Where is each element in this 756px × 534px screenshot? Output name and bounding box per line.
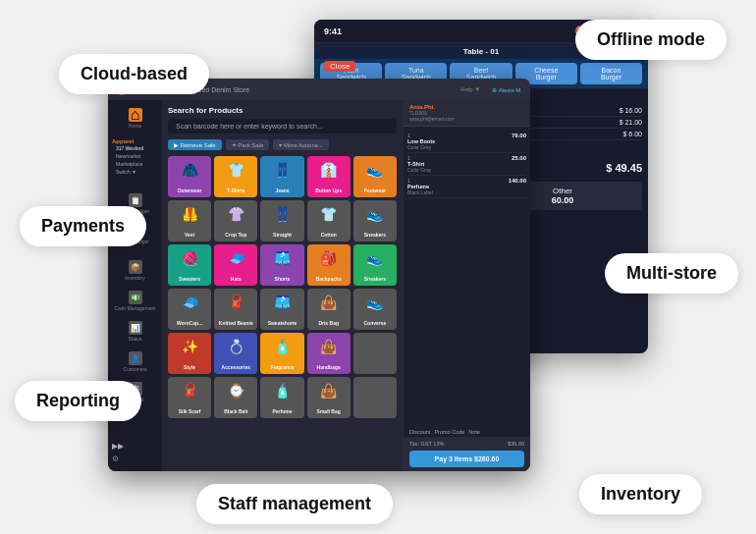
main-screen: 🔴 lightspeed Lightspeed Denim Store Help… bbox=[108, 79, 530, 471]
sidebar-item-cash[interactable]: 💵 Cash Management bbox=[108, 287, 162, 315]
arrow-right-icon[interactable]: ▶▶ bbox=[112, 442, 158, 451]
product-buttonups[interactable]: 👔Button Ups bbox=[307, 156, 351, 197]
product-grid: 🧥Outerwear 👕T-Shirts 👖Jeans 👔Button Ups … bbox=[168, 156, 397, 418]
product-jeans[interactable]: 👖Jeans bbox=[260, 156, 303, 197]
product-hats[interactable]: 🧢Hats bbox=[214, 244, 257, 286]
sidebar-item-customers[interactable]: 👤 Customers bbox=[108, 347, 162, 376]
product-blackbelt[interactable]: ⌚Black Belt bbox=[214, 377, 257, 418]
discount-label[interactable]: Promo Code bbox=[434, 429, 464, 435]
product-silkscarf[interactable]: 🧣Silk Scarf bbox=[168, 377, 211, 418]
cart-footer: Tax: GST 13% $36.60 Pay 3 Items $280.60 bbox=[404, 437, 530, 471]
sidebar-sub-newmarket[interactable]: Newmarket bbox=[112, 152, 158, 160]
product-sweaters[interactable]: 🧶Sweaters bbox=[168, 244, 211, 286]
product-outerwear[interactable]: 🧥Outerwear bbox=[168, 156, 211, 197]
back-screen-time: 9:41 bbox=[324, 27, 342, 36]
product-beanie[interactable]: 🧣Knitted Beanie bbox=[214, 289, 257, 330]
product-shorts[interactable]: 🩳Shorts bbox=[260, 244, 303, 286]
inventory-icon: 📦 bbox=[129, 260, 142, 274]
user-name[interactable]: ⊕ Alexis M. bbox=[492, 86, 522, 93]
pay-button[interactable]: Pay 3 Items $280.60 bbox=[409, 451, 524, 467]
main-content: Search for Products Scan barcode here or… bbox=[162, 100, 530, 471]
sidebar-sub-marketplace[interactable]: Marketplace bbox=[112, 160, 158, 168]
sidebar-sub-switch[interactable]: Switch ▼ bbox=[112, 168, 158, 176]
product-sneakers2[interactable]: 👟Sneakers bbox=[353, 244, 397, 286]
pay-amount: $280.60 bbox=[474, 455, 499, 462]
screen-body: ⌂ Home Apparel 317 Wexford Newmarket Mar… bbox=[108, 100, 530, 471]
product-tshirts[interactable]: 👕T-Shirts bbox=[214, 156, 257, 197]
product-accessories[interactable]: 💍Accessories bbox=[214, 333, 257, 374]
staff-management-label: Staff management bbox=[196, 484, 393, 524]
product-cotton[interactable]: 👕Cotton bbox=[307, 200, 351, 241]
sales-icon: 📋 bbox=[129, 193, 142, 207]
payments-label: Payments bbox=[20, 206, 146, 246]
product-smallbag[interactable]: 👜Small Bag bbox=[307, 377, 351, 418]
cart-tax-row: Tax: GST 13% $36.60 bbox=[409, 441, 524, 447]
product-drisbag[interactable]: 👜Dris Bag bbox=[307, 289, 351, 330]
park-sale-btn[interactable]: ✦ Park Sale bbox=[226, 139, 270, 150]
cart-item-boots: 1 Low Boots Color Grey 79.00 bbox=[407, 131, 526, 153]
inventory-label: Inventory bbox=[579, 474, 702, 514]
product-worncap[interactable]: 🧢WornCap... bbox=[168, 289, 211, 330]
cart-panel: Anta.Phi. TLD009 anta.phi@email.com 1 Lo… bbox=[403, 100, 530, 471]
product-actions: ▶ Retrieve Sale ✦ Park Sale ▾ More Actio… bbox=[168, 139, 397, 150]
table-name: Table - 01 bbox=[463, 47, 499, 56]
tax-label: Tax: GST 13% bbox=[409, 441, 444, 447]
product-perfume[interactable]: 🧴Perfume bbox=[260, 377, 303, 418]
reporting-label: Reporting bbox=[15, 381, 141, 421]
sidebar-item-status[interactable]: 📊 Status bbox=[108, 317, 162, 346]
help-link[interactable]: Help ▼ bbox=[460, 86, 480, 92]
add-label[interactable]: Discount bbox=[409, 429, 430, 435]
sidebar-item-home[interactable]: ⌂ Home bbox=[108, 104, 162, 133]
retrieve-sale-btn[interactable]: ▶ Retrieve Sale bbox=[168, 139, 222, 150]
more-actions-btn[interactable]: ▾ More Actions... bbox=[273, 139, 328, 150]
sidebar-footer: ▶▶ ⚙ bbox=[108, 438, 162, 467]
cloud-based-label: Cloud-based bbox=[59, 54, 209, 94]
cart-item-tshirt: 1 T-Shirt Color Gray 25.00 bbox=[407, 153, 526, 176]
note-label[interactable]: Note bbox=[468, 429, 480, 435]
pay-label: Pay 3 Items bbox=[435, 455, 473, 462]
product-fragrance[interactable]: 🧴Fragrance bbox=[260, 333, 303, 374]
customers-icon: 👤 bbox=[129, 351, 142, 365]
product-empty1 bbox=[353, 333, 397, 374]
sidebar-item-inventory[interactable]: 📦 Inventory bbox=[108, 256, 162, 285]
products-panel: Search for Products Scan barcode here or… bbox=[162, 100, 403, 471]
menu-item-bacon[interactable]: BaconBurger bbox=[580, 63, 642, 84]
product-sweatshorts[interactable]: 🩳Sweatshorts bbox=[260, 289, 303, 330]
sidebar-sub-wexford[interactable]: 317 Wexford bbox=[112, 144, 158, 152]
search-bar[interactable]: Scan barcode here or enter keyword to se… bbox=[168, 119, 397, 134]
product-vest[interactable]: 🦺Vest bbox=[168, 200, 211, 241]
product-handbags[interactable]: 👜Handbags bbox=[307, 333, 351, 374]
product-style[interactable]: ✨Style bbox=[168, 333, 211, 374]
product-croptop[interactable]: 👚Crop Top bbox=[214, 200, 257, 241]
cart-actions-row: Discount Promo Code Note bbox=[404, 427, 530, 437]
cart-customer-email: anta.phi@email.com bbox=[409, 116, 524, 122]
product-empty2 bbox=[353, 377, 397, 418]
gear-icon[interactable]: ⚙ bbox=[112, 454, 158, 463]
product-straight[interactable]: 👖Straight bbox=[260, 200, 303, 241]
product-converse[interactable]: 👟Converse bbox=[353, 289, 397, 330]
cart-item-perfume: 1 Perfume Black Label 140.00 bbox=[407, 176, 526, 198]
product-backpacks[interactable]: 🎒Backpacks bbox=[307, 244, 351, 286]
offline-mode-label: Offline mode bbox=[575, 20, 727, 60]
product-sneakers1[interactable]: 👟Sneakers bbox=[353, 200, 397, 241]
cart-items: 1 Low Boots Color Grey 79.00 1 T-Shirt C… bbox=[404, 127, 530, 427]
cash-icon: 💵 bbox=[129, 291, 142, 304]
status-icon: 📊 bbox=[129, 321, 142, 335]
close-button[interactable]: Close bbox=[324, 61, 355, 72]
tax-amount: $36.60 bbox=[508, 441, 524, 447]
multi-store-label: Multi-store bbox=[605, 253, 738, 294]
home-icon: ⌂ bbox=[129, 108, 142, 122]
sidebar-category-apparel: Apparel 317 Wexford Newmarket Marketplac… bbox=[108, 134, 162, 178]
search-title: Search for Products bbox=[168, 106, 397, 115]
product-footwear[interactable]: 👟Footwear bbox=[353, 156, 397, 197]
cart-header: Anta.Phi. TLD009 anta.phi@email.com bbox=[404, 100, 530, 127]
